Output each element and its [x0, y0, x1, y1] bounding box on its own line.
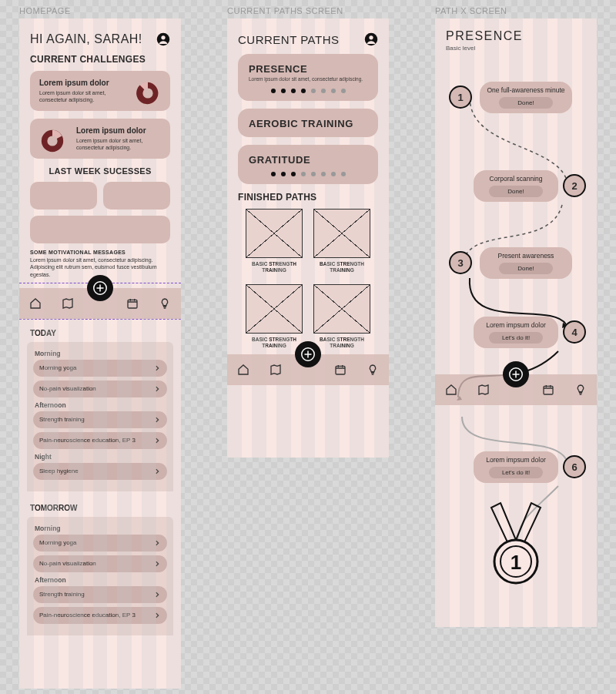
calendar-icon[interactable] — [126, 297, 139, 310]
svg-point-5 — [47, 136, 57, 146]
path-card-aerobic[interactable]: AEROBIC TRAINING — [238, 109, 378, 137]
activity-row[interactable]: Morning yoga — [33, 535, 167, 552]
svg-rect-13 — [544, 386, 553, 394]
add-fab-button[interactable] — [295, 341, 321, 367]
afternoon-label: Afternoon — [35, 576, 167, 584]
challenge-card-2[interactable]: Lorem ipsum dolor Lorem ipsum dolor sit … — [30, 119, 170, 159]
chevron-right-icon — [153, 591, 161, 598]
last-week-heading: LAST WEEK SUCESSES — [30, 166, 170, 176]
step-node-1[interactable]: 1 — [449, 85, 472, 109]
finished-path-item[interactable]: BASIC STRENGTH TRAINING — [313, 209, 370, 273]
home-icon[interactable] — [29, 297, 42, 310]
chevron-right-icon — [153, 468, 161, 475]
svg-point-1 — [161, 35, 165, 39]
activity-row[interactable]: Strength training — [33, 411, 167, 428]
finished-path-item[interactable]: BASIC STRENGTH TRAINING — [246, 209, 303, 273]
home-icon[interactable] — [445, 384, 457, 396]
step-status: Done! — [499, 97, 553, 109]
path-card-presence[interactable]: PRESENCE Lorem ipsum dolor sit amet, con… — [238, 54, 378, 101]
challenge-card-1[interactable]: Lorem ipsum dolor Lorem ipsum dolor sit … — [30, 71, 170, 111]
path-title: PRESENCE — [249, 63, 367, 75]
motivational-label: SOME MOTIVATIONAL MESSAGES — [30, 250, 170, 255]
svg-rect-11 — [336, 366, 345, 374]
finished-path-item[interactable]: BASIC STRENGTH TRAINING — [313, 284, 370, 349]
calendar-icon[interactable] — [542, 384, 554, 396]
step-card-6[interactable]: Lorem impsum dolor Let's do it! — [474, 451, 558, 483]
activity-label: Morning yoga — [39, 539, 76, 546]
activity-row[interactable]: Pain-neuroscience education, EP 3 — [33, 432, 167, 449]
step-status: Let's do it! — [489, 332, 543, 344]
activity-row[interactable]: Sleep hygiene — [33, 463, 167, 480]
path-x-frame: PRESENCE Basic level 1 One full-awarenes… — [435, 18, 597, 627]
finished-paths-heading: FINISHED PATHS — [238, 192, 378, 203]
add-fab-button[interactable] — [503, 361, 529, 387]
frame-label-homepage: HOMEPAGE — [19, 6, 71, 15]
greeting-text: HI AGAIN, SARAH! — [30, 32, 142, 46]
calendar-icon[interactable] — [334, 364, 346, 376]
night-label: Night — [35, 453, 167, 461]
step-card-3[interactable]: Present awareness Done! — [480, 247, 572, 279]
today-heading: TODAY — [30, 329, 170, 337]
homepage-frame: HI AGAIN, SARAH! CURRENT CHALLENGES Lore… — [19, 18, 181, 689]
challenge-2-desc: Lorem ipsum dolor sit amet, consectetur … — [76, 137, 161, 151]
success-placeholder[interactable] — [103, 182, 170, 210]
profile-icon[interactable] — [156, 32, 170, 46]
step-card-4[interactable]: Lorem impsum dolor Let's do it! — [474, 317, 558, 348]
path-desc: Lorem ipsum dolor sit amet, consectetur … — [249, 76, 367, 82]
today-section: TODAY Morning Morning yoga No-pain visua… — [19, 320, 181, 495]
finished-path-item[interactable]: BASIC STRENGTH TRAINING — [246, 284, 303, 349]
map-icon[interactable] — [477, 384, 490, 396]
morning-label: Morning — [35, 525, 167, 532]
challenge-1-desc: Lorem ipsum dolor sit amet, consectetur … — [39, 89, 132, 103]
activity-label: No-pain visualization — [39, 385, 96, 392]
step-node-2[interactable]: 2 — [563, 174, 586, 197]
success-placeholder[interactable] — [30, 182, 97, 210]
activity-label: Sleep hygiene — [39, 468, 79, 474]
activity-row[interactable]: No-pain visualization — [33, 555, 167, 572]
step-card-1[interactable]: One full-awareness minute Done! — [480, 82, 572, 113]
step-label: One full-awareness minute — [486, 86, 566, 94]
svg-rect-7 — [128, 300, 137, 308]
step-node-6[interactable]: 6 — [563, 455, 586, 478]
step-label: Lorem impsum dolor — [480, 456, 552, 464]
step-node-3[interactable]: 3 — [449, 251, 472, 274]
bulb-icon[interactable] — [574, 384, 587, 396]
activity-label: Pain-neuroscience education, EP 3 — [39, 437, 136, 444]
step-label: Corporal scanning — [480, 175, 552, 183]
challenge-2-title: Lorem ipsum dolor — [76, 126, 161, 135]
map-icon[interactable] — [62, 297, 74, 310]
activity-row[interactable]: Pain-neuroscience education, EP 3 — [33, 607, 167, 624]
bottom-nav — [435, 374, 597, 405]
activity-label: Strength training — [39, 416, 85, 423]
activity-row[interactable]: No-pain visualization — [33, 381, 167, 397]
bulb-icon[interactable] — [367, 364, 379, 376]
profile-icon[interactable] — [364, 32, 378, 46]
step-status: Done! — [489, 186, 543, 197]
step-card-2[interactable]: Corporal scanning Done! — [474, 170, 558, 202]
progress-dots — [249, 89, 367, 93]
bulb-icon[interactable] — [159, 297, 171, 310]
svg-text:1: 1 — [511, 551, 521, 574]
activity-row[interactable]: Morning yoga — [33, 360, 167, 377]
tomorrow-section: TOMORROW Morning Morning yoga No-pain vi… — [19, 495, 181, 639]
path-card-gratitude[interactable]: GRATITUDE — [238, 145, 378, 184]
step-label: Present awareness — [486, 252, 566, 260]
morning-label: Morning — [35, 350, 167, 357]
chevron-right-icon — [153, 437, 161, 444]
svg-point-9 — [369, 35, 373, 39]
home-icon[interactable] — [237, 364, 249, 376]
chevron-right-icon — [153, 560, 161, 568]
step-node-4[interactable]: 4 — [563, 320, 586, 344]
map-icon[interactable] — [270, 364, 282, 376]
finished-path-caption: BASIC STRENGTH TRAINING — [313, 337, 370, 349]
step-label: Lorem impsum dolor — [480, 321, 552, 329]
success-placeholder[interactable] — [30, 216, 170, 243]
step-status: Done! — [499, 263, 553, 274]
chevron-right-icon — [153, 364, 161, 372]
activity-row[interactable]: Strength training — [33, 586, 167, 603]
frame-label-path-x: PATH X SCREEN — [435, 6, 507, 15]
progress-dots — [249, 172, 367, 176]
bottom-nav — [19, 288, 181, 319]
add-fab-button[interactable] — [87, 275, 113, 301]
chevron-right-icon — [153, 539, 161, 547]
